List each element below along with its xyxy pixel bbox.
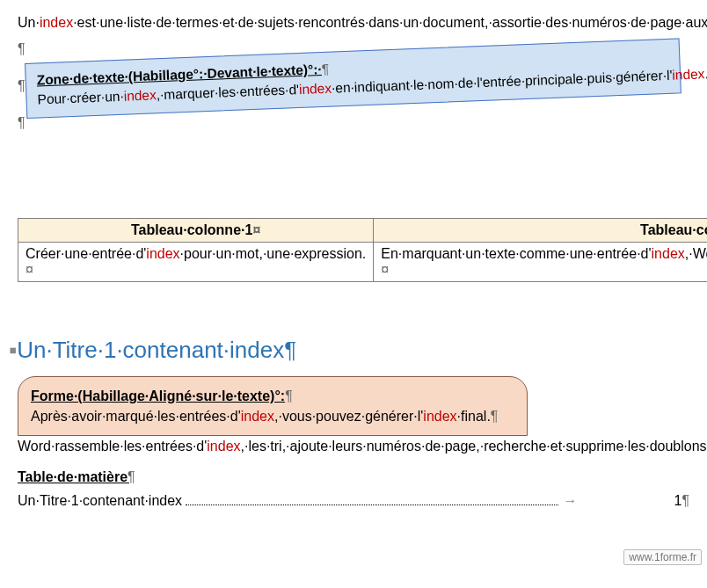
text: Après·avoir·marqué·les·entrées·d'	[31, 409, 241, 424]
index-word: index	[241, 409, 274, 424]
table-cell[interactable]: Créer·une·entrée·d'index·pour·un·mot,·un…	[18, 243, 374, 282]
empty-paragraph	[18, 113, 689, 134]
text: ,·marquer·les·entrées·d'	[156, 83, 299, 103]
index-word: index	[146, 246, 179, 261]
text: ,·les·tri,·ajoute·leurs·numéros·de·page,…	[241, 439, 707, 454]
text: Un·Titre·1·contenant·index	[17, 337, 284, 363]
pilcrow-icon	[285, 388, 293, 403]
cell-mark-icon	[26, 262, 33, 277]
table-header-row: Tableau·colonne·1 Tableau·colonne·2	[18, 219, 708, 243]
text: ·pour·un·mot,·une·expression.	[180, 246, 367, 261]
shape-title: Forme·(Habillage·Aligné·sur·le·texte)°:	[31, 388, 285, 403]
toc-entry[interactable]: Un·Titre·1·contenant·index → 1	[18, 493, 689, 509]
text: Word·rassemble·les·entrées·d'	[18, 439, 207, 454]
text: ·en·indiquant·le·nom·de·l'entrée·princip…	[332, 68, 673, 96]
shape-box[interactable]: Forme·(Habillage·Aligné·sur·le·texte)°: …	[18, 376, 528, 436]
toc-leader-dots	[186, 493, 558, 505]
text: ·final.	[457, 409, 491, 424]
toc-heading: Table·de·matière	[18, 467, 689, 488]
index-word: index	[299, 81, 332, 97]
content-table[interactable]: Tableau·colonne·1 Tableau·colonne·2 Crée…	[18, 218, 707, 282]
pilcrow-icon	[321, 62, 329, 76]
shape-paragraph: Forme·(Habillage·Aligné·sur·le·texte)°: …	[18, 376, 689, 458]
text: ·est·une·liste·de·termes·et·de·sujets·re…	[73, 15, 707, 30]
text: ,·vous·pouvez·générer·l'	[274, 409, 423, 424]
text: Un·	[18, 15, 40, 30]
pilcrow-icon	[491, 409, 499, 424]
index-word: index	[40, 15, 73, 30]
pilcrow-icon	[18, 41, 26, 56]
cell-mark-icon	[381, 262, 389, 277]
text: En·marquant·un·texte·comme·une·entrée·d'	[381, 246, 651, 261]
heading-1: ▪Un·Titre·1·contenant·index	[9, 333, 689, 367]
pilcrow-icon	[681, 493, 689, 508]
index-word: index	[672, 67, 705, 83]
pilcrow-icon	[18, 78, 26, 93]
text: Tableau·colonne·1	[131, 222, 252, 237]
text: Pour·créer·un·	[37, 89, 124, 107]
index-word: index	[123, 88, 157, 104]
index-word: index	[652, 246, 685, 261]
pilcrow-icon	[18, 115, 26, 130]
table-cell[interactable]: En·marquant·un·texte·comme·une·entrée·d'…	[374, 243, 707, 282]
watermark: www.1forme.fr	[623, 549, 702, 565]
table-row: Créer·une·entrée·d'index·pour·un·mot,·un…	[18, 243, 708, 282]
intro-paragraph: Un·index·est·une·liste·de·termes·et·de·s…	[18, 12, 689, 33]
index-word: index	[207, 439, 240, 454]
toc-entry-text: Un·Titre·1·contenant·index	[18, 493, 182, 509]
text: ,·Word·ajoute·un·champ·XE·qui·inclut·l'e…	[685, 246, 707, 261]
text: Créer·une·entrée·d'	[26, 246, 146, 261]
text: Tableau·colonne·2	[640, 222, 707, 237]
tab-arrow-icon: →	[564, 493, 578, 509]
index-word: index	[423, 409, 456, 424]
table-header: Tableau·colonne·2	[374, 219, 707, 243]
table-header: Tableau·colonne·1	[18, 219, 374, 243]
pilcrow-icon	[128, 469, 135, 484]
toc-page-number: 1	[674, 493, 690, 509]
pilcrow-icon	[284, 337, 296, 363]
cell-mark-icon	[252, 222, 260, 237]
text: Table·de·matière	[18, 469, 128, 484]
